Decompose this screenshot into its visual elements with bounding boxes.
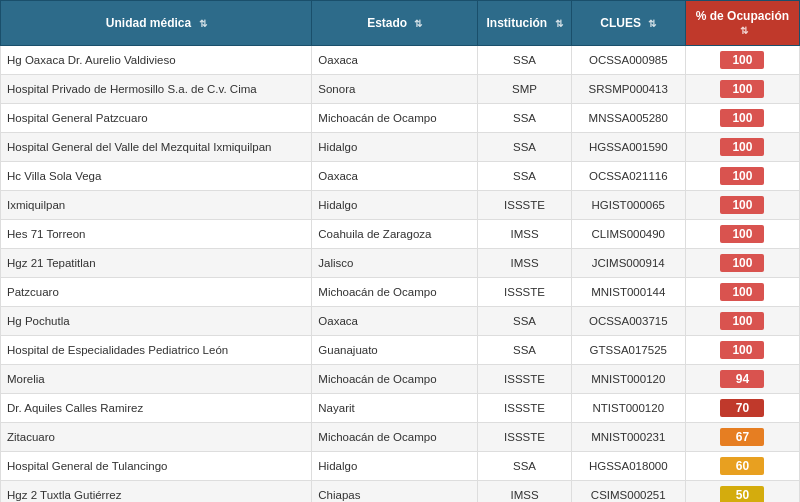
cell-institucion: ISSSTE bbox=[478, 365, 571, 394]
pct-badge: 100 bbox=[720, 167, 764, 185]
cell-pct: 70 bbox=[685, 394, 799, 423]
cell-unidad: Hospital General del Valle del Mezquital… bbox=[1, 133, 312, 162]
table-row: Hospital Privado de Hermosillo S.a. de C… bbox=[1, 75, 800, 104]
cell-unidad: Hgz 21 Tepatitlan bbox=[1, 249, 312, 278]
cell-institucion: IMSS bbox=[478, 481, 571, 503]
table-row: Hospital General Patzcuaro Michoacán de … bbox=[1, 104, 800, 133]
cell-clues: NTIST000120 bbox=[571, 394, 685, 423]
cell-clues: GTSSA017525 bbox=[571, 336, 685, 365]
sort-icon-clues[interactable]: ⇅ bbox=[648, 18, 656, 29]
pct-badge: 100 bbox=[720, 109, 764, 127]
pct-badge: 100 bbox=[720, 196, 764, 214]
cell-clues: MNIST000144 bbox=[571, 278, 685, 307]
cell-clues: OCSSA000985 bbox=[571, 46, 685, 75]
cell-institucion: ISSSTE bbox=[478, 423, 571, 452]
cell-pct: 100 bbox=[685, 278, 799, 307]
table-row: Hgz 21 Tepatitlan Jalisco IMSS JCIMS0009… bbox=[1, 249, 800, 278]
pct-badge: 100 bbox=[720, 312, 764, 330]
pct-badge: 60 bbox=[720, 457, 764, 475]
pct-badge: 100 bbox=[720, 80, 764, 98]
sort-icon-pct[interactable]: ⇅ bbox=[740, 25, 748, 36]
cell-estado: Michoacán de Ocampo bbox=[312, 278, 478, 307]
cell-unidad: Zitacuaro bbox=[1, 423, 312, 452]
cell-pct: 100 bbox=[685, 133, 799, 162]
cell-estado: Oaxaca bbox=[312, 46, 478, 75]
table-row: Dr. Aquiles Calles Ramirez Nayarit ISSST… bbox=[1, 394, 800, 423]
pct-badge: 100 bbox=[720, 51, 764, 69]
table-row: Hospital General de Tulancingo Hidalgo S… bbox=[1, 452, 800, 481]
cell-pct: 100 bbox=[685, 249, 799, 278]
table-row: Zitacuaro Michoacán de Ocampo ISSSTE MNI… bbox=[1, 423, 800, 452]
pct-badge: 70 bbox=[720, 399, 764, 417]
header-estado[interactable]: Estado ⇅ bbox=[312, 1, 478, 46]
cell-institucion: SSA bbox=[478, 307, 571, 336]
cell-pct: 100 bbox=[685, 46, 799, 75]
cell-estado: Hidalgo bbox=[312, 133, 478, 162]
header-institucion[interactable]: Institución ⇅ bbox=[478, 1, 571, 46]
pct-badge: 100 bbox=[720, 254, 764, 272]
cell-estado: Sonora bbox=[312, 75, 478, 104]
pct-badge: 50 bbox=[720, 486, 764, 502]
cell-clues: HGIST000065 bbox=[571, 191, 685, 220]
cell-estado: Jalisco bbox=[312, 249, 478, 278]
cell-pct: 60 bbox=[685, 452, 799, 481]
cell-clues: MNSSA005280 bbox=[571, 104, 685, 133]
cell-institucion: SSA bbox=[478, 133, 571, 162]
header-clues[interactable]: CLUES ⇅ bbox=[571, 1, 685, 46]
pct-badge: 100 bbox=[720, 138, 764, 156]
cell-pct: 100 bbox=[685, 191, 799, 220]
table-row: Patzcuaro Michoacán de Ocampo ISSSTE MNI… bbox=[1, 278, 800, 307]
table-row: Hes 71 Torreon Coahuila de Zaragoza IMSS… bbox=[1, 220, 800, 249]
cell-unidad: Patzcuaro bbox=[1, 278, 312, 307]
cell-unidad: Hospital General Patzcuaro bbox=[1, 104, 312, 133]
cell-pct: 100 bbox=[685, 75, 799, 104]
cell-institucion: SMP bbox=[478, 75, 571, 104]
cell-clues: MNIST000120 bbox=[571, 365, 685, 394]
cell-clues: CLIMS000490 bbox=[571, 220, 685, 249]
sort-icon-estado[interactable]: ⇅ bbox=[414, 18, 422, 29]
cell-institucion: IMSS bbox=[478, 249, 571, 278]
cell-institucion: SSA bbox=[478, 336, 571, 365]
table-row: Hgz 2 Tuxtla Gutiérrez Chiapas IMSS CSIM… bbox=[1, 481, 800, 503]
cell-estado: Michoacán de Ocampo bbox=[312, 104, 478, 133]
cell-clues: OCSSA003715 bbox=[571, 307, 685, 336]
cell-pct: 100 bbox=[685, 336, 799, 365]
cell-clues: HGSSA018000 bbox=[571, 452, 685, 481]
cell-estado: Coahuila de Zaragoza bbox=[312, 220, 478, 249]
cell-estado: Michoacán de Ocampo bbox=[312, 423, 478, 452]
cell-clues: HGSSA001590 bbox=[571, 133, 685, 162]
cell-institucion: ISSSTE bbox=[478, 278, 571, 307]
cell-pct: 100 bbox=[685, 162, 799, 191]
cell-pct: 100 bbox=[685, 104, 799, 133]
cell-estado: Michoacán de Ocampo bbox=[312, 365, 478, 394]
pct-badge: 100 bbox=[720, 341, 764, 359]
cell-pct: 100 bbox=[685, 307, 799, 336]
cell-unidad: Hes 71 Torreon bbox=[1, 220, 312, 249]
cell-unidad: Hg Oaxaca Dr. Aurelio Valdivieso bbox=[1, 46, 312, 75]
cell-pct: 100 bbox=[685, 220, 799, 249]
cell-institucion: IMSS bbox=[478, 220, 571, 249]
cell-unidad: Hospital Privado de Hermosillo S.a. de C… bbox=[1, 75, 312, 104]
cell-estado: Oaxaca bbox=[312, 307, 478, 336]
cell-institucion: SSA bbox=[478, 46, 571, 75]
sort-icon-unidad[interactable]: ⇅ bbox=[199, 18, 207, 29]
occupancy-table: Unidad médica ⇅ Estado ⇅ Institución ⇅ C… bbox=[0, 0, 800, 502]
cell-estado: Nayarit bbox=[312, 394, 478, 423]
table-row: Hg Oaxaca Dr. Aurelio Valdivieso Oaxaca … bbox=[1, 46, 800, 75]
cell-estado: Chiapas bbox=[312, 481, 478, 503]
cell-unidad: Hgz 2 Tuxtla Gutiérrez bbox=[1, 481, 312, 503]
cell-unidad: Hospital de Especialidades Pediatrico Le… bbox=[1, 336, 312, 365]
cell-institucion: SSA bbox=[478, 452, 571, 481]
header-unidad[interactable]: Unidad médica ⇅ bbox=[1, 1, 312, 46]
cell-estado: Hidalgo bbox=[312, 452, 478, 481]
cell-estado: Guanajuato bbox=[312, 336, 478, 365]
cell-unidad: Dr. Aquiles Calles Ramirez bbox=[1, 394, 312, 423]
header-pct[interactable]: % de Ocupación ⇅ bbox=[685, 1, 799, 46]
cell-unidad: Morelia bbox=[1, 365, 312, 394]
sort-icon-institucion[interactable]: ⇅ bbox=[555, 18, 563, 29]
table-row: Hospital de Especialidades Pediatrico Le… bbox=[1, 336, 800, 365]
pct-badge: 100 bbox=[720, 283, 764, 301]
pct-badge: 67 bbox=[720, 428, 764, 446]
table-row: Hg Pochutla Oaxaca SSA OCSSA003715 100 bbox=[1, 307, 800, 336]
pct-badge: 100 bbox=[720, 225, 764, 243]
